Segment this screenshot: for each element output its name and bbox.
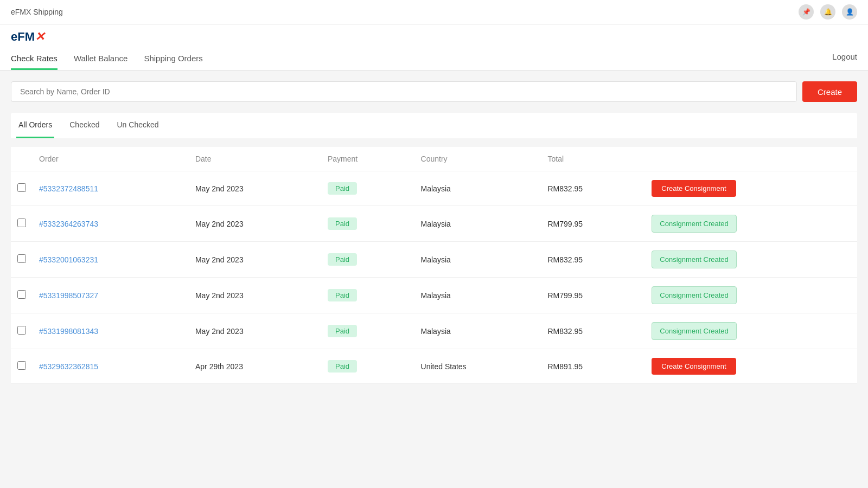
row-checkbox[interactable] [17,326,26,335]
order-country: Malaysia [421,184,451,193]
consignment-created-button: Consignment Created [652,215,736,233]
order-country: Malaysia [421,291,451,300]
order-id-link[interactable]: #5331998507327 [39,291,98,300]
top-bar: eFMX Shipping 📌 🔔 👤 [0,0,868,24]
main-content: Create All Orders Checked Un Checked Ord… [0,70,868,395]
col-checkbox [11,147,33,171]
payment-badge: Paid [328,217,357,230]
app-header: eFM✕ Check Rates Wallet Balance Shipping… [0,24,868,70]
top-bar-right: 📌 🔔 👤 [799,4,857,20]
total-cell: RM799.95 [541,278,646,313]
col-total: Total [541,147,646,171]
payment-badge: Paid [328,360,357,373]
nav-tabs: Check Rates Wallet Balance Shipping Orde… [11,48,857,70]
date-cell: Apr 29th 2023 [189,349,321,384]
row-checkbox[interactable] [17,290,26,299]
orders-table: Order Date Payment Country Total #533237… [11,147,857,384]
order-total: RM832.95 [548,327,583,336]
country-cell: United States [414,349,541,384]
order-date: May 2nd 2023 [195,327,244,336]
order-id-link[interactable]: #5329632362815 [39,362,98,371]
total-cell: RM832.95 [541,313,646,349]
order-total: RM799.95 [548,291,583,300]
filter-tabs: All Orders Checked Un Checked [11,113,857,138]
col-action [645,147,857,171]
total-cell: RM832.95 [541,171,646,206]
consignment-created-button: Consignment Created [652,251,736,268]
country-cell: Malaysia [414,278,541,313]
order-id-cell: #5332001063231 [33,242,189,278]
order-country: Malaysia [421,255,451,264]
payment-cell: Paid [321,171,414,206]
bell-icon[interactable]: 🔔 [820,4,835,20]
create-consignment-button[interactable]: Create Consignment [652,180,736,197]
payment-badge: Paid [328,325,357,337]
date-cell: May 2nd 2023 [189,313,321,349]
country-cell: Malaysia [414,206,541,242]
nav-tabs-left: Check Rates Wallet Balance Shipping Orde… [11,48,203,70]
row-checkbox[interactable] [17,254,26,263]
order-id-link[interactable]: #5332364263743 [39,220,98,228]
pin-icon[interactable]: 📌 [799,4,814,20]
payment-cell: Paid [321,313,414,349]
row-checkbox-cell [11,313,33,349]
row-checkbox-cell [11,242,33,278]
tab-wallet-balance[interactable]: Wallet Balance [74,48,128,70]
create-consignment-button[interactable]: Create Consignment [652,358,736,375]
table-row: #5332372488511 May 2nd 2023 Paid Malaysi… [11,171,857,206]
col-country: Country [414,147,541,171]
payment-cell: Paid [321,206,414,242]
logo-text: eFM✕ [11,30,44,44]
country-cell: Malaysia [414,242,541,278]
date-cell: May 2nd 2023 [189,171,321,206]
table-row: #5329632362815 Apr 29th 2023 Paid United… [11,349,857,384]
row-checkbox-cell [11,278,33,313]
total-cell: RM891.95 [541,349,646,384]
consignment-created-button: Consignment Created [652,286,736,304]
filter-tab-all-orders[interactable]: All Orders [16,113,54,138]
logout-link[interactable]: Logout [832,52,857,67]
table-row: #5332001063231 May 2nd 2023 Paid Malaysi… [11,242,857,278]
order-country: Malaysia [421,220,451,228]
row-checkbox[interactable] [17,361,26,370]
total-cell: RM832.95 [541,242,646,278]
order-id-cell: #5331998081343 [33,313,189,349]
table-row: #5331998081343 May 2nd 2023 Paid Malaysi… [11,313,857,349]
order-id-link[interactable]: #5331998081343 [39,327,98,336]
country-cell: Malaysia [414,313,541,349]
action-cell: Consignment Created [645,313,857,349]
user-avatar[interactable]: 👤 [842,4,857,20]
action-cell: Create Consignment [645,171,857,206]
order-id-link[interactable]: #5332001063231 [39,255,98,264]
order-id-link[interactable]: #5332372488511 [39,184,98,193]
payment-cell: Paid [321,242,414,278]
order-country: Malaysia [421,327,451,336]
table-row: #5331998507327 May 2nd 2023 Paid Malaysi… [11,278,857,313]
order-total: RM891.95 [548,362,583,371]
table-row: #5332364263743 May 2nd 2023 Paid Malaysi… [11,206,857,242]
payment-cell: Paid [321,278,414,313]
row-checkbox-cell [11,206,33,242]
order-total: RM799.95 [548,220,583,228]
row-checkbox[interactable] [17,183,26,192]
country-cell: Malaysia [414,171,541,206]
date-cell: May 2nd 2023 [189,206,321,242]
app-title: eFMX Shipping [11,8,63,16]
tab-check-rates[interactable]: Check Rates [11,48,58,70]
search-row: Create [11,81,857,102]
filter-tab-checked[interactable]: Checked [67,113,101,138]
order-date: May 2nd 2023 [195,220,244,228]
col-order: Order [33,147,189,171]
search-input[interactable] [11,81,797,102]
order-date: Apr 29th 2023 [195,362,243,371]
order-date: May 2nd 2023 [195,291,244,300]
order-date: May 2nd 2023 [195,255,244,264]
filter-tab-unchecked[interactable]: Un Checked [115,113,161,138]
action-cell: Consignment Created [645,206,857,242]
create-button[interactable]: Create [802,81,857,102]
consignment-created-button: Consignment Created [652,322,736,340]
payment-badge: Paid [328,182,357,195]
row-checkbox[interactable] [17,219,26,227]
tab-shipping-orders[interactable]: Shipping Orders [144,48,202,70]
payment-cell: Paid [321,349,414,384]
